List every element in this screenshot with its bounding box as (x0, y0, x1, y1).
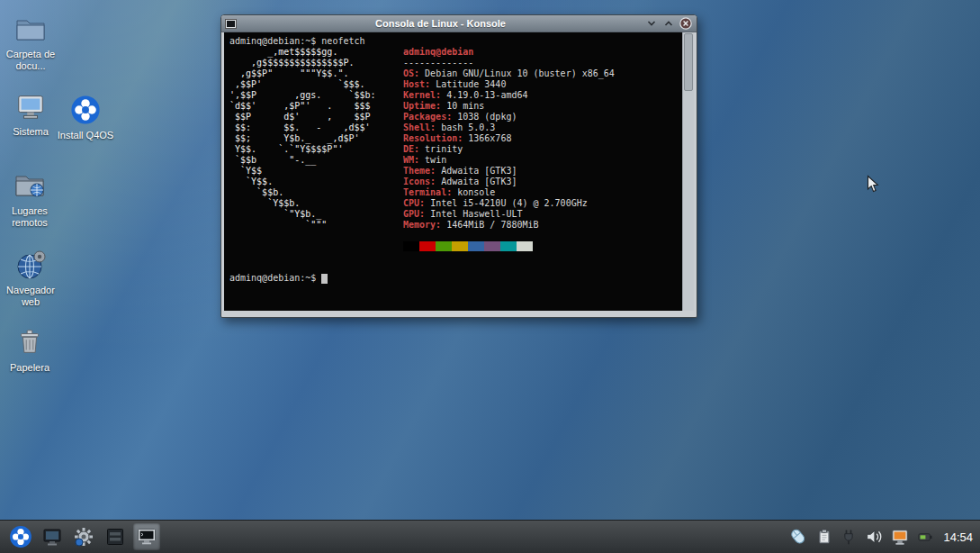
terminal-prompt-line: adminq@debian:~$ (229, 273, 682, 284)
terminal-prompt: adminq@debian:~$ (229, 273, 316, 284)
maximize-icon[interactable] (661, 16, 676, 31)
info-label: WM: (403, 155, 419, 165)
info-label: Memory: (403, 220, 441, 230)
info-value: twin (425, 155, 446, 165)
touchpad-icon[interactable] (787, 526, 809, 548)
window-app-icon (225, 19, 237, 29)
info-label: Icons: (403, 177, 436, 186)
computer-icon (1, 89, 60, 123)
minimize-icon[interactable] (644, 16, 659, 31)
terminal-command-line: adminq@debian:~$ neofetch (229, 36, 682, 47)
info-label: OS: (403, 68, 419, 78)
desktop-icon-label: Install Q4OS (56, 130, 115, 141)
neofetch-user-host: adminq@debian (403, 47, 615, 58)
desktop-icon-trash[interactable]: Papelera (0, 325, 59, 374)
info-label: Resolution: (403, 133, 463, 143)
info-value: Debian GNU/Linux 10 (buster) x86_64 (425, 68, 615, 78)
file-manager-icon[interactable] (102, 523, 129, 550)
window-title: Consola de Linux - Konsole (239, 18, 642, 29)
desktop-icon-documents[interactable]: Carpeta de docu... (1, 12, 60, 72)
info-value: 1038 (dpkg) (457, 112, 517, 122)
scrollbar-thumb[interactable] (684, 33, 693, 91)
terminal-scrollbar[interactable] (682, 32, 694, 311)
info-label: Theme: (403, 166, 436, 176)
debian-ascii-art: _,met$$$$$gg. ,g$$$$$$$$$$$$$$$P. ,g$$P"… (229, 47, 403, 251)
folder-icon (1, 12, 60, 46)
window-titlebar[interactable]: Consola de Linux - Konsole (221, 15, 697, 32)
info-value: konsole (457, 187, 495, 197)
taskbar-launchers (7, 523, 160, 550)
system-tray: 14:54 (787, 526, 973, 548)
info-value: trinity (425, 144, 463, 154)
info-label: Kernel: (403, 90, 441, 100)
klipper-clipboard-icon[interactable] (815, 527, 833, 547)
taskbar-clock[interactable]: 14:54 (943, 530, 973, 544)
desktop-icon-label: Navegador web (1, 285, 60, 308)
info-value: 10 mins (446, 101, 484, 111)
terminal-output[interactable]: adminq@debian:~$ neofetch _,met$$$$$gg. … (224, 32, 682, 311)
battery-icon[interactable] (916, 528, 934, 546)
network-folder-icon (0, 168, 59, 203)
info-label: Uptime: (403, 101, 441, 111)
settings-gear-icon[interactable] (70, 523, 97, 550)
q4os-start-icon[interactable] (7, 523, 34, 550)
desktop-icon-web-browser[interactable]: Navegador web (1, 248, 60, 308)
desktop-icon-label: Papelera (0, 362, 59, 374)
info-label: CPU: (403, 198, 425, 208)
info-label: Host: (403, 79, 430, 89)
neofetch-separator: ------------- (403, 58, 615, 68)
info-value: 4.19.0-13-amd64 (446, 90, 527, 100)
q4os-logo-icon (56, 93, 115, 127)
power-plug-icon[interactable] (840, 527, 858, 547)
konsole-icon[interactable] (133, 523, 160, 550)
terminal-cursor (321, 274, 328, 284)
terminal-color-palette (403, 241, 615, 251)
neofetch-info: adminq@debian ------------- OS: Debian G… (403, 47, 615, 251)
info-label: DE: (403, 144, 419, 154)
info-value: Intel i5-4210U (4) @ 2.700GHz (430, 198, 588, 208)
info-label: GPU: (403, 209, 425, 219)
trash-icon (0, 325, 59, 359)
desktop-icon-label: Sistema (1, 126, 60, 138)
info-value: Intel Haswell-ULT (430, 209, 522, 219)
taskbar: 14:54 (0, 520, 980, 553)
info-label: Shell: (403, 122, 436, 132)
display-icon[interactable] (890, 527, 910, 547)
info-value: 1366x768 (468, 133, 511, 143)
info-value: Latitude 3440 (436, 79, 506, 89)
close-icon[interactable] (679, 16, 693, 31)
desktop-icon-label: Carpeta de docu... (1, 49, 60, 72)
show-desktop-icon[interactable] (39, 523, 66, 550)
info-value: Adwaita [GTK3] (441, 166, 517, 176)
info-value: bash 5.0.3 (441, 122, 495, 132)
info-label: Packages: (403, 112, 452, 122)
info-value: 1464MiB / 7880MiB (446, 220, 538, 230)
desktop-icon-remote-places[interactable]: Lugares remotos (0, 168, 59, 229)
desktop-icon-install-q4os[interactable]: Install Q4OS (56, 93, 115, 141)
info-label: Terminal: (403, 187, 452, 197)
desktop-icon-label: Lugares remotos (0, 205, 59, 229)
info-value: Adwaita [GTK3] (441, 177, 517, 186)
neofetch-output: _,met$$$$$gg. ,g$$$$$$$$$$$$$$$P. ,g$$P"… (229, 47, 682, 251)
konsole-window: Consola de Linux - Konsole adminq@debian… (220, 14, 697, 318)
globe-gear-icon (1, 248, 60, 282)
desktop-icon-system[interactable]: Sistema (1, 89, 60, 138)
volume-icon[interactable] (864, 527, 884, 547)
